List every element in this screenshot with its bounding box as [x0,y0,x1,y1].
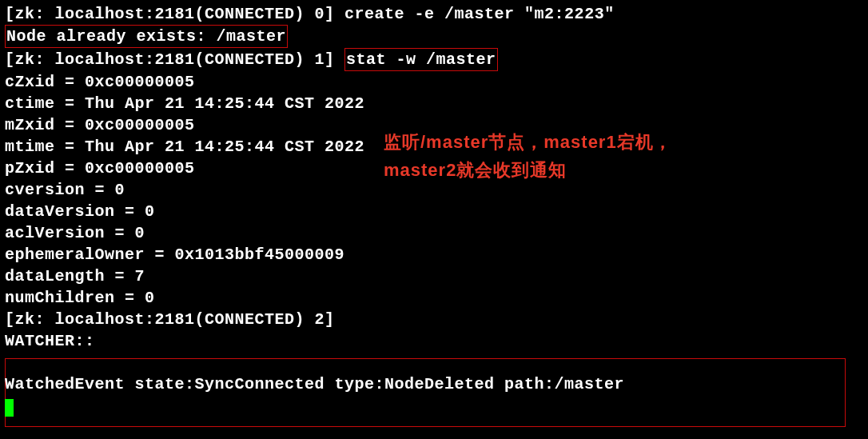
terminal-line-prompt2: [zk: localhost:2181(CONNECTED) 2] [5,309,863,330]
stat-dataversion: dataVersion = 0 [5,201,863,222]
node-exists-highlight: Node already exists: /master [5,25,288,48]
terminal-line-create: [zk: localhost:2181(CONNECTED) 0] create… [5,3,863,25]
stat-czxid: cZxid = 0xc00000005 [5,71,863,93]
terminal-line-exists: Node already exists: /master [5,25,863,48]
stat-numchildren: numChildren = 0 [5,287,863,309]
prompt-2: [zk: localhost:2181(CONNECTED) 2] [5,310,335,329]
cmd-create: create -e /master "m2:2223" [344,5,615,23]
stat-ctime: ctime = Thu Apr 21 14:25:44 CST 2022 [5,93,863,114]
prompt-0: [zk: localhost:2181(CONNECTED) 0] [5,5,344,23]
stat-aclversion: aclVersion = 0 [5,222,863,244]
terminal-line-stat: [zk: localhost:2181(CONNECTED) 1] stat -… [5,48,863,71]
stat-datalength: dataLength = 7 [5,265,863,287]
annotation-line-1: 监听/master节点，master1宕机， [384,128,672,156]
prompt-1: [zk: localhost:2181(CONNECTED) 1] [5,50,344,69]
stat-cmd-highlight: stat -w /master [344,48,498,71]
watcher-header: WATCHER:: [5,330,863,352]
stat-ephemeralowner: ephemeralOwner = 0x1013bbf45000009 [5,244,863,265]
annotation-line-2: master2就会收到通知 [384,156,672,184]
watcher-blank [5,352,863,373]
watcher-event: WatchedEvent state:SyncConnected type:No… [5,373,863,395]
terminal-cursor[interactable] [5,399,14,417]
annotation-text: 监听/master节点，master1宕机， master2就会收到通知 [384,128,672,184]
cursor-line[interactable] [5,395,863,417]
